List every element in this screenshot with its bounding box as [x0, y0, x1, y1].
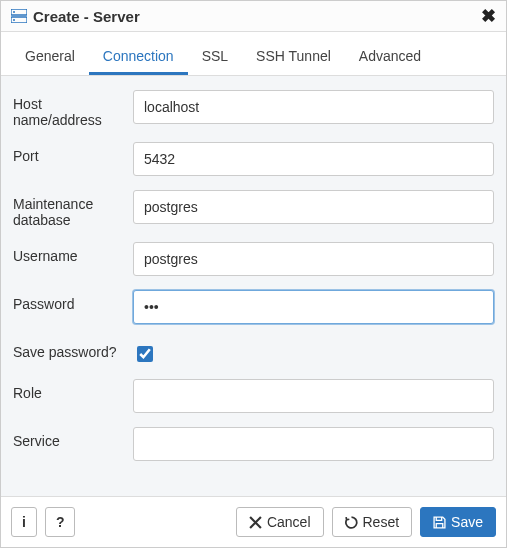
reset-label: Reset [363, 514, 400, 530]
titlebar: Create - Server ✖ [1, 1, 506, 32]
maintenance-db-input[interactable] [133, 190, 494, 224]
row-password: Password [13, 290, 494, 324]
row-save-password: Save password? [13, 338, 494, 365]
help-icon: ? [56, 514, 65, 530]
tab-ssh-tunnel[interactable]: SSH Tunnel [242, 40, 345, 75]
close-icon [249, 516, 262, 529]
label-role: Role [13, 379, 133, 401]
row-role: Role [13, 379, 494, 413]
footer: i ? Cancel Reset Save [1, 496, 506, 547]
save-button[interactable]: Save [420, 507, 496, 537]
save-icon [433, 516, 446, 529]
port-input[interactable] [133, 142, 494, 176]
username-input[interactable] [133, 242, 494, 276]
dialog-title: Create - Server [33, 8, 140, 25]
label-username: Username [13, 242, 133, 264]
row-maintenance-db: Maintenance database [13, 190, 494, 228]
password-input[interactable] [133, 290, 494, 324]
footer-left: i ? [11, 507, 75, 537]
footer-right: Cancel Reset Save [236, 507, 496, 537]
label-service: Service [13, 427, 133, 449]
role-input[interactable] [133, 379, 494, 413]
tab-ssl[interactable]: SSL [188, 40, 242, 75]
label-host: Host name/address [13, 90, 133, 128]
save-password-checkbox[interactable] [137, 346, 153, 362]
create-server-dialog: Create - Server ✖ General Connection SSL… [0, 0, 507, 548]
titlebar-left: Create - Server [11, 8, 140, 25]
tab-advanced[interactable]: Advanced [345, 40, 435, 75]
tabs: General Connection SSL SSH Tunnel Advanc… [1, 32, 506, 76]
reset-button[interactable]: Reset [332, 507, 413, 537]
save-label: Save [451, 514, 483, 530]
form-area: Host name/address Port Maintenance datab… [1, 76, 506, 496]
row-username: Username [13, 242, 494, 276]
label-port: Port [13, 142, 133, 164]
help-button[interactable]: ? [45, 507, 76, 537]
host-input[interactable] [133, 90, 494, 124]
tab-general[interactable]: General [11, 40, 89, 75]
row-service: Service [13, 427, 494, 461]
service-input[interactable] [133, 427, 494, 461]
svg-point-3 [13, 19, 15, 21]
tab-connection[interactable]: Connection [89, 40, 188, 75]
label-maintenance-db: Maintenance database [13, 190, 133, 228]
recycle-icon [345, 516, 358, 529]
cancel-label: Cancel [267, 514, 311, 530]
server-icon [11, 9, 27, 23]
info-icon: i [22, 514, 26, 530]
label-password: Password [13, 290, 133, 312]
cancel-button[interactable]: Cancel [236, 507, 324, 537]
close-icon[interactable]: ✖ [481, 7, 496, 25]
svg-point-2 [13, 11, 15, 13]
label-save-password: Save password? [13, 338, 133, 360]
info-button[interactable]: i [11, 507, 37, 537]
row-port: Port [13, 142, 494, 176]
row-host: Host name/address [13, 90, 494, 128]
